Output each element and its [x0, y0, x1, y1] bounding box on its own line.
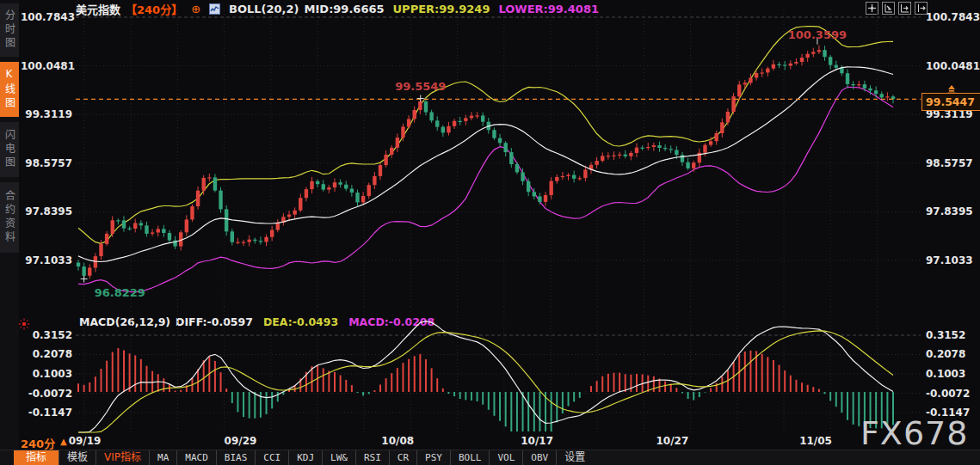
macd-axis-label: 0.3152	[21, 328, 72, 342]
price-axis-label: 99.3119	[21, 107, 72, 121]
macd-axis-label: 0.1003	[926, 367, 979, 381]
toolbar-item-10[interactable]: CR	[389, 450, 416, 465]
price-axis-label: 97.8395	[926, 205, 979, 218]
price-axis-label: 100.0481	[21, 59, 72, 73]
toolbar-item-1[interactable]: 模板	[59, 450, 96, 465]
sidebar-tab-label: 分时图	[3, 9, 17, 51]
x-axis-date: 09/29	[225, 435, 257, 447]
toolbar-item-14[interactable]: OBV	[522, 450, 556, 465]
sidebar-tab-time-chart[interactable]: 分时图	[0, 3, 19, 57]
current-price-tag: 99.5447	[921, 93, 980, 111]
x-axis-date: 10/08	[381, 435, 414, 447]
toolbar-item-7[interactable]: KDJ	[288, 450, 322, 465]
sidebar-tab-candle-chart[interactable]: K线图	[0, 62, 19, 117]
macd-axis-label: -0.1147	[21, 406, 72, 419]
price-axis-label: 98.5757	[21, 156, 72, 170]
sidebar-tab-flash-chart[interactable]: 闪电图	[0, 122, 19, 177]
x-axis-date: 10/17	[521, 435, 553, 447]
x-axis-row: 240分 ▲ 09/1909/2910/0810/1710/2711/05	[0, 434, 980, 450]
x-axis-date: 10/27	[656, 435, 688, 447]
price-axis-label: 100.0481	[926, 59, 979, 73]
candlestick-chart[interactable]: 99.5549100.359996.8229	[76, 10, 921, 308]
toolbar-item-4[interactable]: MACD	[176, 450, 216, 465]
macd-chart[interactable]	[76, 308, 921, 434]
price-axis-label: 97.1033	[21, 254, 72, 267]
sidebar-tab-label: 合约资料	[3, 190, 17, 245]
toolbar-item-2[interactable]: VIP指标	[96, 450, 149, 465]
macd-axis-label: 0.3152	[926, 328, 979, 342]
chart-type-sidebar: 分时图 K线图 闪电图 合约资料	[0, 0, 19, 465]
toolbar-item-13[interactable]: VOL	[489, 450, 522, 465]
toolbar-item-9[interactable]: RSI	[355, 450, 389, 465]
svg-text:99.5549: 99.5549	[395, 80, 446, 93]
price-axis-label: 100.7843	[21, 10, 72, 24]
watermark: FX678	[860, 414, 968, 452]
macd-axis-label: -0.0072	[21, 387, 72, 401]
toolbar-item-8[interactable]: LW&	[322, 450, 355, 465]
toolbar-item-11[interactable]: PSY	[416, 450, 450, 465]
price-axis-label: 97.1033	[926, 254, 979, 267]
toolbar-item-3[interactable]: MA	[149, 450, 176, 465]
trading-terminal: 分时图 K线图 闪电图 合约资料 美元指数 【240分】 ⊕ BOLL(20,2…	[0, 0, 980, 465]
toolbar-item-12[interactable]: BOLL	[450, 450, 490, 465]
toolbar-item-6[interactable]: CCI	[255, 450, 288, 465]
price-axis-label: 98.5757	[926, 156, 979, 170]
sidebar-tab-label: K线图	[3, 68, 17, 111]
x-axis-date: 09/19	[69, 435, 102, 447]
svg-text:100.3599: 100.3599	[788, 28, 847, 41]
price-axis-label: 97.8395	[21, 205, 72, 218]
macd-axis-label: -0.0072	[926, 387, 979, 401]
toolbar-item-5[interactable]: BIAS	[216, 450, 256, 465]
macd-axis-label: 0.1003	[21, 367, 72, 381]
toolbar-item-15[interactable]: 设置	[556, 450, 593, 465]
sidebar-tab-label: 闪电图	[3, 129, 17, 170]
toolbar-item-0[interactable]: 指标	[14, 450, 59, 465]
svg-text:96.8229: 96.8229	[95, 286, 145, 299]
alarm-icon[interactable]	[18, 317, 30, 329]
macd-axis-label: 0.2078	[926, 347, 979, 361]
x-axis-date: 11/05	[799, 435, 832, 447]
indicator-toolbar: 指标模板VIP指标MAMACDBIASCCIKDJLW&RSICRPSYBOLL…	[0, 450, 980, 465]
period-up-icon[interactable]: ▲	[60, 437, 67, 446]
sidebar-tab-contract-info[interactable]: 合约资料	[0, 182, 19, 253]
price-axis-label: 100.7843	[926, 10, 979, 24]
macd-axis-label: 0.2078	[21, 347, 72, 361]
